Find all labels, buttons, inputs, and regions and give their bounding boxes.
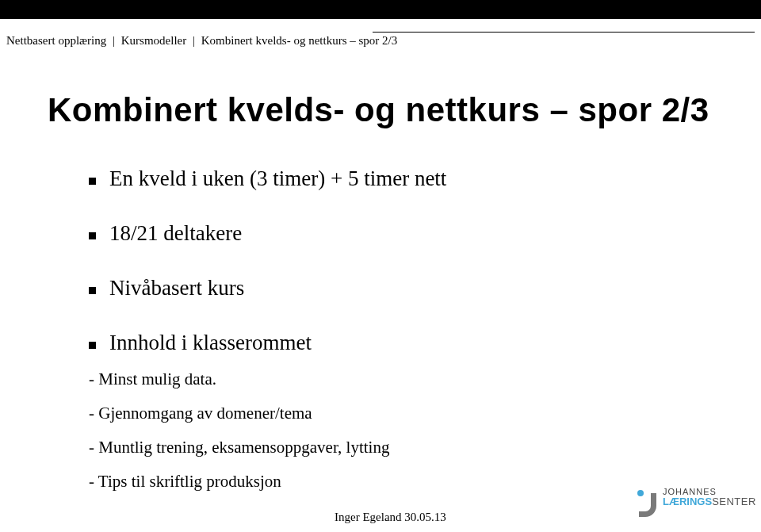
breadcrumb-separator: | [113, 34, 115, 47]
bullet-text: Nivåbasert kurs [109, 276, 244, 300]
logo-curve-icon [639, 493, 656, 517]
logo-brand-bottom: LÆRINGSSENTER [663, 496, 756, 507]
bullet-list: En kveld i uken (3 timer) + 5 timer nett… [89, 166, 707, 522]
breadcrumb-separator: | [193, 34, 195, 47]
breadcrumb-seg-2: Kursmodeller [121, 34, 186, 47]
breadcrumb-area: Nettbasert opplæring | Kursmodeller | Ko… [0, 32, 758, 48]
bullet-text: 18/21 deltakere [109, 221, 242, 245]
list-item: En kveld i uken (3 timer) + 5 timer nett [89, 166, 707, 191]
sub-list-item: - Muntlig trening, eksamensoppgaver, lyt… [89, 438, 707, 457]
logo-brand-rest: SENTER [712, 496, 756, 507]
footer: Inger Egeland 30.05.13 JOHANNES LÆRINGSS… [0, 484, 761, 524]
logo-text: JOHANNES LÆRINGSSENTER [663, 488, 756, 507]
page-title: Kombinert kvelds- og nettkurs – spor 2/3 [48, 91, 709, 129]
breadcrumb-seg-3: Kombinert kvelds- og nettkurs – spor 2/3 [201, 34, 397, 47]
list-item: Nivåbasert kurs [89, 276, 707, 300]
list-item: Innhold i klasserommet - Minst mulig dat… [89, 331, 707, 492]
bullet-text: Innhold i klasserommet [109, 331, 312, 354]
sub-list-item: - Minst mulig data. [89, 369, 707, 389]
footer-author-date: Inger Egeland 30.05.13 [335, 511, 446, 524]
top-black-bar [0, 0, 761, 19]
bullet-text: En kveld i uken (3 timer) + 5 timer nett [109, 166, 446, 190]
logo-brand-accent: LÆRINGS [663, 496, 712, 507]
breadcrumb-seg-1: Nettbasert opplæring [6, 34, 106, 47]
sub-list-item: - Gjennomgang av domener/tema [89, 404, 707, 423]
list-item: 18/21 deltakere [89, 221, 707, 246]
logo: JOHANNES LÆRINGSSENTER [636, 484, 747, 519]
breadcrumb: Nettbasert opplæring | Kursmodeller | Ko… [0, 33, 758, 48]
sub-bullet-list: - Minst mulig data. - Gjennomgang av dom… [89, 369, 707, 492]
logo-mark-icon [636, 489, 660, 518]
slide: Nettbasert opplæring | Kursmodeller | Ko… [0, 0, 761, 532]
